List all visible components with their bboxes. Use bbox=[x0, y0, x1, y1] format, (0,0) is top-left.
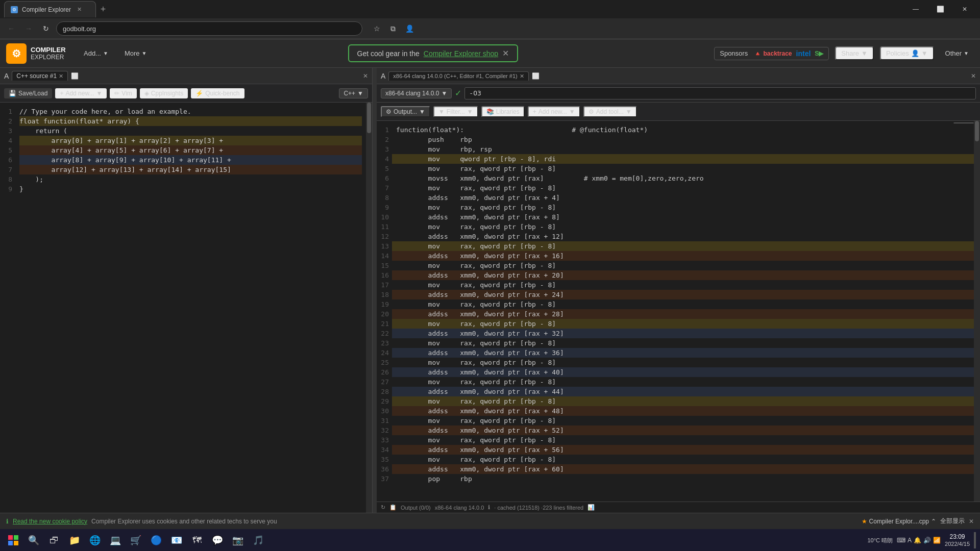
store-taskbar-btn[interactable]: 🛒 bbox=[127, 531, 145, 549]
tray-icon-2[interactable]: A bbox=[908, 537, 912, 544]
bottom-right-actions: 全部显示 ✕ bbox=[940, 517, 974, 525]
media-taskbar-btn[interactable]: 🎵 bbox=[249, 531, 267, 549]
filter-arrow-icon: ▼ bbox=[467, 108, 473, 115]
share-btn[interactable]: Share ▼ bbox=[835, 46, 874, 60]
compiler-pane: A x86-64 clang 14.0.0 (C++, Editor #1, C… bbox=[377, 68, 980, 513]
add-new-compiler-btn[interactable]: + Add new... ▼ bbox=[528, 106, 580, 117]
more-menu-btn[interactable]: More ▼ bbox=[119, 47, 152, 59]
wechat-taskbar-btn[interactable]: 💬 bbox=[208, 531, 227, 549]
libraries-label: Libraries bbox=[496, 108, 520, 115]
window-controls: — ⬜ ✕ bbox=[904, 1, 976, 17]
policies-btn[interactable]: Policies 👤 ▼ bbox=[880, 46, 934, 60]
win-close-btn[interactable]: ✕ bbox=[953, 1, 976, 17]
intel-logo: intel bbox=[796, 49, 811, 58]
editor-tab-close-btn[interactable]: ✕ bbox=[59, 73, 63, 80]
compiler-maximize-btn[interactable]: ⬜ bbox=[532, 72, 540, 80]
editor-pane: A C++ source #1 ✕ ⬜ ✕ 💾 Save/Load + Add … bbox=[0, 68, 373, 513]
show-desktop-btn[interactable] bbox=[974, 532, 976, 548]
add-new-editor-btn[interactable]: + Add new... ▼ bbox=[55, 88, 107, 98]
search-taskbar-btn[interactable]: 🔍 bbox=[24, 531, 43, 549]
add-arrow-icon: ▼ bbox=[103, 51, 108, 56]
bottom-close-btn[interactable]: ✕ bbox=[969, 518, 974, 525]
editor-settings-icon[interactable]: A bbox=[4, 72, 9, 80]
add-tool-label: Add tool... bbox=[596, 108, 624, 115]
compile-status-icon: ✓ bbox=[455, 88, 461, 98]
taskview-btn[interactable]: 🗗 bbox=[45, 531, 63, 549]
tab-close-btn[interactable]: ✕ bbox=[75, 6, 83, 14]
libraries-btn[interactable]: 📚 Libraries bbox=[481, 106, 525, 117]
output-btn[interactable]: ⚙ Output... ▼ bbox=[381, 106, 430, 117]
tray-icon-4[interactable]: 🔊 bbox=[923, 537, 931, 544]
cpp-insights-btn[interactable]: ◈ CppInsights bbox=[140, 88, 188, 98]
address-bar[interactable]: godbolt.org bbox=[56, 21, 362, 36]
back-btn[interactable]: ← bbox=[4, 21, 18, 36]
chrome-taskbar-btn[interactable]: 🔵 bbox=[147, 531, 165, 549]
cpp-icon: ◈ bbox=[144, 90, 149, 97]
email-taskbar-btn[interactable]: 📧 bbox=[167, 531, 186, 549]
start-btn[interactable] bbox=[4, 531, 22, 549]
output-status-text: Output (0/0) bbox=[401, 505, 431, 511]
vscode-taskbar-btn[interactable]: 💻 bbox=[106, 531, 125, 549]
editor-maximize-btn[interactable]: ⬜ bbox=[71, 72, 79, 80]
save-load-btn[interactable]: 💾 Save/Load bbox=[4, 88, 52, 98]
quick-bench-btn[interactable]: ⚡ Quick-bench bbox=[191, 88, 244, 98]
compiler-select-arrow: ▼ bbox=[441, 90, 447, 97]
tab-title: Compiler Explorer bbox=[22, 6, 71, 13]
promo-close-btn[interactable]: ✕ bbox=[502, 48, 509, 58]
language-selector[interactable]: C++ ▼ bbox=[339, 88, 368, 98]
maps-taskbar-btn[interactable]: 🗺 bbox=[188, 531, 206, 549]
add-new-label: Add new... bbox=[65, 90, 94, 97]
code-editor[interactable]: // Type your code here, or load an examp… bbox=[15, 103, 366, 513]
logo-text: COMPILER EXPLORER bbox=[31, 46, 66, 61]
refresh-icon[interactable]: ↻ bbox=[381, 504, 385, 511]
profile-btn[interactable]: 👤 bbox=[402, 21, 416, 36]
explorer-taskbar-btn[interactable]: 📁 bbox=[65, 531, 84, 549]
tray-icon-5[interactable]: 📶 bbox=[933, 537, 941, 544]
sponsors-label: Sponsors bbox=[720, 49, 748, 57]
edge-taskbar-btn[interactable]: 🌐 bbox=[86, 531, 104, 549]
add-menu-btn[interactable]: Add... ▼ bbox=[79, 47, 113, 59]
logo-icon: ⚙ bbox=[6, 43, 27, 64]
bookmark-btn[interactable]: ☆ bbox=[370, 21, 384, 36]
other-btn[interactable]: Other ▼ bbox=[940, 47, 974, 59]
editor-pane-close-btn[interactable]: ✕ bbox=[363, 72, 368, 80]
editor-tab[interactable]: C++ source #1 ✕ bbox=[12, 71, 68, 81]
compiler-flags-input[interactable] bbox=[464, 87, 976, 99]
promo-link[interactable]: Compiler Explorer shop bbox=[424, 49, 498, 58]
expand-icon[interactable]: ⌃ bbox=[931, 518, 936, 525]
editor-scrollbar[interactable] bbox=[366, 103, 372, 513]
add-tool-btn[interactable]: ⚙ Add tool... ▼ bbox=[583, 106, 637, 117]
filter-btn[interactable]: ▼ Filter... ▼ bbox=[433, 106, 478, 117]
asm-output[interactable]: function(float*): # @function(float*) pu… bbox=[392, 121, 974, 502]
nav-bar: ← → ↻ godbolt.org ☆ ⧉ 👤 bbox=[0, 18, 980, 39]
win-minimize-btn[interactable]: — bbox=[904, 1, 927, 17]
bottom-bar: ℹ Read the new cookie policy Compiler Ex… bbox=[0, 513, 980, 529]
compiler-tab[interactable]: x86-64 clang 14.0.0 (C++, Editor #1, Com… bbox=[388, 71, 528, 81]
libraries-icon: 📚 bbox=[486, 108, 494, 115]
win-restore-btn[interactable]: ⬜ bbox=[929, 1, 951, 17]
tray-icon-1[interactable]: ⌨ bbox=[897, 537, 905, 544]
compiler-selector[interactable]: x86-64 clang 14.0.0 ▼ bbox=[381, 88, 452, 98]
cookie-read-link[interactable]: Read the new cookie policy bbox=[13, 518, 87, 525]
taskbar-clock[interactable]: 23:09 2022/4/15 bbox=[945, 533, 970, 547]
extension-btn[interactable]: ⧉ bbox=[386, 21, 400, 36]
compiler-settings-icon[interactable]: A bbox=[381, 72, 385, 80]
browser-tab-active[interactable]: ⚙ Compiler Explorer ✕ bbox=[4, 1, 96, 17]
editor-line-numbers: 123456789 bbox=[0, 103, 15, 513]
asm-scrollbar-v[interactable] bbox=[974, 121, 980, 502]
svg-rect-2 bbox=[8, 541, 13, 545]
pane-gutter[interactable] bbox=[373, 68, 377, 513]
more-arrow-icon: ▼ bbox=[142, 51, 147, 56]
forward-btn[interactable]: → bbox=[21, 21, 36, 36]
minimap bbox=[953, 122, 974, 123]
tray-icon-3[interactable]: 🔔 bbox=[914, 537, 921, 544]
file-label[interactable]: Compiler Explor....cpp bbox=[869, 518, 929, 525]
reload-btn[interactable]: ↻ bbox=[39, 21, 53, 36]
promo-box: Get cool gear in the Compiler Explorer s… bbox=[348, 44, 518, 62]
compiler-pane-close-btn[interactable]: ✕ bbox=[971, 72, 976, 80]
new-tab-btn[interactable]: + bbox=[96, 2, 110, 16]
compiler-tab-close-btn[interactable]: ✕ bbox=[520, 73, 524, 80]
vim-btn[interactable]: ✏ Vim bbox=[110, 88, 136, 98]
photos-taskbar-btn[interactable]: 📷 bbox=[229, 531, 247, 549]
all-show-label[interactable]: 全部显示 bbox=[940, 517, 965, 525]
